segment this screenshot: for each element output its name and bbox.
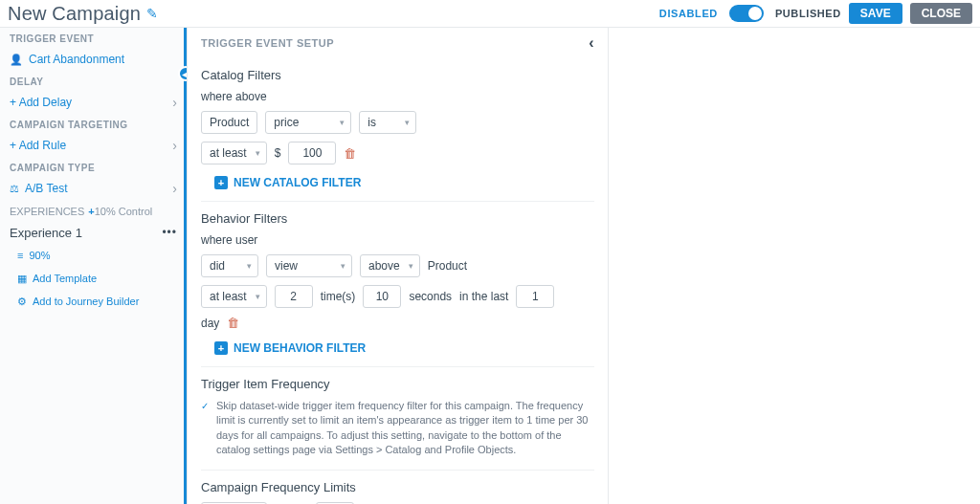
experience-1-label: Experience 1 <box>10 226 82 240</box>
catalog-filters-section: Catalog Filters where above Product pric… <box>201 58 594 202</box>
ab-test-label: A/B Test <box>25 182 67 195</box>
more-icon[interactable]: ••• <box>162 226 177 239</box>
add-journey-label: Add to Journey Builder <box>33 296 139 307</box>
behavior-seconds-label: seconds <box>409 290 452 303</box>
add-rule-label: Add Rule <box>10 139 66 152</box>
catalog-entity: Product <box>201 111 257 134</box>
setup-panel: TRIGGER EVENT SETUP ‹ Catalog Filters wh… <box>188 28 609 504</box>
add-delay-label: Add Delay <box>10 96 72 109</box>
experiences-label: EXPERIENCES <box>10 206 84 217</box>
add-delay-item[interactable]: Add Delay › <box>0 91 187 114</box>
catalog-amount-input[interactable] <box>288 142 336 164</box>
add-template-item[interactable]: ▦ Add Template <box>0 267 187 290</box>
template-icon: ▦ <box>17 273 27 285</box>
experience-1-pct[interactable]: ≡ 90% <box>0 244 187 267</box>
chevron-right-icon: › <box>172 138 177 153</box>
delete-behavior-filter-icon[interactable]: 🗑 <box>227 316 239 330</box>
frequency-help-text: Skip dataset-wide trigger item frequency… <box>216 400 588 455</box>
plus-icon: + <box>214 341 228 355</box>
behavior-did-select[interactable]: did <box>201 254 258 277</box>
sidebar-accent <box>184 28 187 504</box>
behavior-times: time(s) <box>321 290 356 303</box>
gear-icon: ⚙ <box>17 296 27 308</box>
behavior-entity: Product <box>428 259 467 273</box>
control-pct[interactable]: 10% Control <box>95 206 153 217</box>
frequency-help: ✓ Skip dataset-wide trigger item frequen… <box>201 399 594 458</box>
add-journey-item[interactable]: ⚙ Add to Journey Builder <box>0 290 187 313</box>
catalog-where: where above <box>201 90 594 103</box>
behavior-action-select[interactable]: view <box>266 254 352 277</box>
behavior-period-input[interactable] <box>516 285 554 308</box>
add-template-label: Add Template <box>33 273 97 284</box>
collapse-sidebar-icon[interactable]: ◀ <box>178 66 188 81</box>
trigger-item-frequency-head: Trigger Item Frequency <box>201 377 594 391</box>
behavior-compare-select[interactable]: at least <box>201 285 267 308</box>
trigger-event-item[interactable]: 👤 Cart Abandonment <box>0 48 187 71</box>
title-text: New Campaign <box>8 3 141 25</box>
back-icon[interactable]: ‹ <box>589 34 594 52</box>
trigger-event-head: TRIGGER EVENT <box>0 28 187 48</box>
catalog-compare-select[interactable]: at least <box>201 142 267 164</box>
sidebar: ◀ TRIGGER EVENT 👤 Cart Abandonment DELAY… <box>0 28 188 504</box>
behavior-filters-section: Behavior Filters where user did view abo… <box>201 202 594 367</box>
chevron-right-icon: › <box>172 181 177 196</box>
campaign-type-head: CAMPAIGN TYPE <box>0 157 187 177</box>
behavior-seconds-input[interactable] <box>363 285 401 308</box>
behavior-where: where user <box>201 233 594 247</box>
behavior-filters-head: Behavior Filters <box>201 211 594 226</box>
experience-1-item[interactable]: Experience 1 ••• <box>0 221 187 244</box>
toggle-knob <box>748 7 762 20</box>
page-title: New Campaign ✎ <box>8 3 158 25</box>
campaign-frequency-limits-head: Campaign Frequency Limits <box>201 480 594 494</box>
exp1-pct-label: 90% <box>29 250 50 261</box>
main: TRIGGER EVENT SETUP ‹ Catalog Filters wh… <box>188 28 980 504</box>
edit-title-icon[interactable]: ✎ <box>146 6 158 21</box>
plus-icon: + <box>214 176 228 189</box>
new-behavior-filter-button[interactable]: + NEW BEHAVIOR FILTER <box>214 341 366 355</box>
save-button[interactable]: SAVE <box>849 3 902 24</box>
add-rule-item[interactable]: Add Rule › <box>0 134 187 157</box>
behavior-rel-select[interactable]: above <box>360 254 420 277</box>
panel-head: TRIGGER EVENT SETUP ‹ <box>201 28 594 58</box>
trigger-event-label: Cart Abandonment <box>29 53 124 66</box>
catalog-filters-head: Catalog Filters <box>201 68 594 82</box>
campaign-frequency-limits-section: Campaign Frequency Limits Weekly limit o… <box>201 471 594 504</box>
bar-chart-icon: ≡ <box>17 250 23 261</box>
experiences-head: EXPERIENCES + 10% Control <box>0 200 187 221</box>
user-icon: 👤 <box>10 54 23 66</box>
chevron-right-icon: › <box>172 95 177 110</box>
delay-head: DELAY <box>0 71 187 91</box>
catalog-attr-select[interactable]: price <box>265 111 351 134</box>
published-label: PUBLISHED <box>775 8 841 19</box>
new-catalog-filter-label: NEW CATALOG FILTER <box>234 176 361 189</box>
catalog-op-select[interactable]: is <box>359 111 416 134</box>
targeting-head: CAMPAIGN TARGETING <box>0 114 187 134</box>
panel-title: TRIGGER EVENT SETUP <box>201 37 334 49</box>
new-catalog-filter-button[interactable]: + NEW CATALOG FILTER <box>214 176 361 189</box>
close-button[interactable]: CLOSE <box>910 3 972 24</box>
ab-test-item[interactable]: ⚖ A/B Test › <box>0 177 187 200</box>
behavior-period-unit: day <box>201 317 219 330</box>
preview-area <box>609 28 980 504</box>
top-bar: New Campaign ✎ DISABLED PUBLISHED SAVE C… <box>0 0 980 27</box>
new-behavior-filter-label: NEW BEHAVIOR FILTER <box>234 341 366 355</box>
behavior-count-input[interactable] <box>275 285 313 308</box>
trigger-item-frequency-section: Trigger Item Frequency ✓ Skip dataset-wi… <box>201 367 594 471</box>
currency-symbol: $ <box>275 146 281 160</box>
behavior-inlast: in the last <box>459 290 508 303</box>
check-icon[interactable]: ✓ <box>201 400 209 413</box>
scale-icon: ⚖ <box>10 183 19 195</box>
enable-toggle[interactable] <box>729 5 764 22</box>
disabled-label: DISABLED <box>659 8 718 19</box>
delete-catalog-filter-icon[interactable]: 🗑 <box>344 146 356 161</box>
